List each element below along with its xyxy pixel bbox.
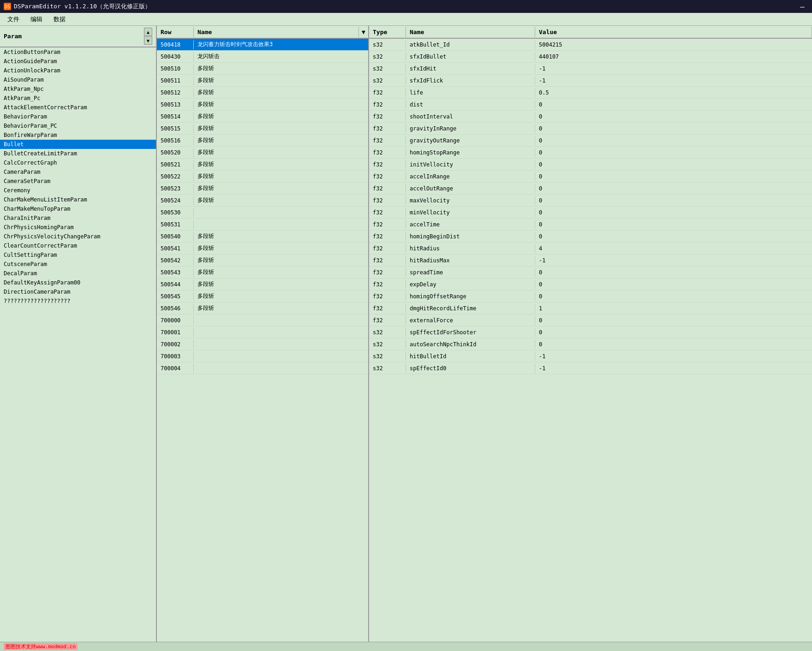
value-item[interactable]: f32shootInterval0 [369, 111, 812, 123]
menu-edit[interactable]: 编辑 [25, 13, 48, 25]
value-item[interactable]: f32externalForce0 [369, 314, 812, 326]
param-item[interactable]: BulletCreateLimitParam [0, 149, 156, 158]
row-item[interactable]: 500546多段斩 [157, 302, 368, 314]
row-item[interactable]: 500540多段斩 [157, 231, 368, 243]
value-item[interactable]: f32homingStopRange0 [369, 147, 812, 159]
value-type: f32 [369, 268, 406, 277]
value-item[interactable]: f32minVellocity0 [369, 207, 812, 219]
row-item[interactable]: 700003 [157, 350, 368, 362]
param-item[interactable]: CameraSetParam [0, 177, 156, 186]
row-item[interactable]: 500418龙闪蓄力斩击时剑气攻击效果3 [157, 39, 368, 51]
row-item[interactable]: 500514多段斩 [157, 111, 368, 123]
param-item[interactable]: ActionUnlockParam [0, 66, 156, 75]
param-item[interactable]: Ceremony [0, 186, 156, 195]
param-item[interactable]: ChrPhysicsVelocityChangeParam [0, 232, 156, 241]
param-item[interactable]: CalcCorrectGraph [0, 158, 156, 167]
value-item[interactable]: f32expDelay0 [369, 278, 812, 290]
row-item[interactable]: 500531 [157, 219, 368, 231]
param-header-label: Param [4, 33, 22, 40]
row-item[interactable]: 700002 [157, 338, 368, 350]
value-item[interactable]: f32life0.5 [369, 87, 812, 99]
row-item[interactable]: 700000 [157, 314, 368, 326]
value-item[interactable]: f32homingOffsetRange0 [369, 290, 812, 302]
param-item[interactable]: BehaviorParam [0, 112, 156, 121]
row-item[interactable]: 500524多段斩 [157, 195, 368, 207]
value-item[interactable]: f32dist0 [369, 99, 812, 111]
value-name: sfxIdBullet [406, 52, 535, 61]
row-item[interactable]: 700004 [157, 362, 368, 374]
row-item[interactable]: 500515多段斩 [157, 123, 368, 135]
menu-file[interactable]: 文件 [2, 13, 25, 25]
row-number: 500516 [157, 136, 194, 145]
value-item[interactable]: s32sfxIdBullet440107 [369, 51, 812, 63]
param-item[interactable]: ActionGuideParam [0, 57, 156, 66]
row-item[interactable]: 500520多段斩 [157, 147, 368, 159]
row-item[interactable]: 500542多段斩 [157, 254, 368, 266]
value-item[interactable]: s32autoSearchNpcThinkId0 [369, 338, 812, 350]
row-item[interactable]: 500545多段斩 [157, 290, 368, 302]
param-scroll-up[interactable]: ▲ [144, 28, 152, 36]
value-item[interactable]: f32gravityInRange0 [369, 123, 812, 135]
param-item[interactable]: AtkParam_Npc [0, 84, 156, 94]
row-item[interactable]: 500430龙闪斩击 [157, 51, 368, 63]
param-item[interactable]: CultSettingParam [0, 250, 156, 260]
row-item[interactable]: 500521多段斩 [157, 159, 368, 171]
param-item[interactable]: CharMakeMenuTopParam [0, 204, 156, 213]
param-item[interactable]: ClearCountCorrectParam [0, 241, 156, 250]
param-item[interactable]: BonfireWarpParam [0, 130, 156, 140]
param-item[interactable]: DirectionCameraParam [0, 287, 156, 296]
minimize-button[interactable]: — [796, 2, 808, 11]
value-item[interactable]: f32homingBeginDist0 [369, 231, 812, 243]
row-number: 500521 [157, 160, 194, 169]
value-item[interactable]: s32spEffectIdForShooter0 [369, 326, 812, 338]
row-item[interactable]: 500512多段斩 [157, 87, 368, 99]
value-item[interactable]: s32hitBulletId-1 [369, 350, 812, 362]
row-item[interactable]: 500522多段斩 [157, 171, 368, 183]
param-item[interactable]: CharaInitParam [0, 213, 156, 223]
param-item[interactable]: ActionButtonParam [0, 47, 156, 57]
param-item[interactable]: DefaultKeyAssignParam00 [0, 278, 156, 287]
row-item[interactable]: 700001 [157, 326, 368, 338]
row-name: 多段斩 [194, 303, 368, 314]
value-item[interactable]: f32maxVellocity0 [369, 195, 812, 207]
row-number: 700000 [157, 316, 194, 325]
row-item[interactable]: 500511多段斩 [157, 75, 368, 87]
value-item[interactable]: f32accelTime0 [369, 219, 812, 231]
value-item[interactable]: f32initVellocity0 [369, 159, 812, 171]
value-type: f32 [369, 208, 406, 217]
row-item[interactable]: 500541多段斩 [157, 243, 368, 254]
row-item[interactable]: 500544多段斩 [157, 278, 368, 290]
param-scroll-down[interactable]: ▼ [144, 36, 152, 45]
value-item[interactable]: s32atkBullet_Id5004215 [369, 39, 812, 51]
value-item[interactable]: s32spEffectId0-1 [369, 362, 812, 374]
row-item[interactable]: 500513多段斩 [157, 99, 368, 111]
param-item[interactable]: ???????????????????? [0, 296, 156, 306]
param-item[interactable]: CharMakeMenuListItemParam [0, 195, 156, 204]
param-item[interactable]: ChrPhysicsHomingParam [0, 223, 156, 232]
param-item[interactable]: Bullet [0, 140, 156, 149]
value-item[interactable]: f32dmgHitRecordLifeTime1 [369, 302, 812, 314]
menu-data[interactable]: 数据 [48, 13, 71, 25]
value-item[interactable]: f32gravityOutRange0 [369, 135, 812, 147]
param-item[interactable]: CutsceneParam [0, 260, 156, 269]
param-item[interactable]: AiSoundParam [0, 75, 156, 84]
row-item[interactable]: 500543多段斩 [157, 266, 368, 278]
value-list: s32atkBullet_Id5004215s32sfxIdBullet4401… [369, 39, 812, 642]
row-item[interactable]: 500523多段斩 [157, 183, 368, 195]
row-item[interactable]: 500516多段斩 [157, 135, 368, 147]
value-item[interactable]: s32sfxIdFlick-1 [369, 75, 812, 87]
value-item[interactable]: f32spreadTime0 [369, 266, 812, 278]
row-item[interactable]: 500510多段斩 [157, 63, 368, 75]
param-item[interactable]: AttackElementCorrectParam [0, 103, 156, 112]
value-item[interactable]: f32accelOutRange0 [369, 183, 812, 195]
value-item[interactable]: f32hitRadius4 [369, 243, 812, 254]
value-item[interactable]: s32sfxIdHit-1 [369, 63, 812, 75]
param-item[interactable]: AtkParam_Pc [0, 94, 156, 103]
value-item[interactable]: f32accelInRange0 [369, 171, 812, 183]
row-item[interactable]: 500530 [157, 207, 368, 219]
value-item[interactable]: f32hitRadiusMax-1 [369, 254, 812, 266]
row-name [194, 367, 368, 370]
param-item[interactable]: DecalParam [0, 269, 156, 278]
param-item[interactable]: CameraParam [0, 167, 156, 177]
param-item[interactable]: BehaviorParam_PC [0, 121, 156, 130]
